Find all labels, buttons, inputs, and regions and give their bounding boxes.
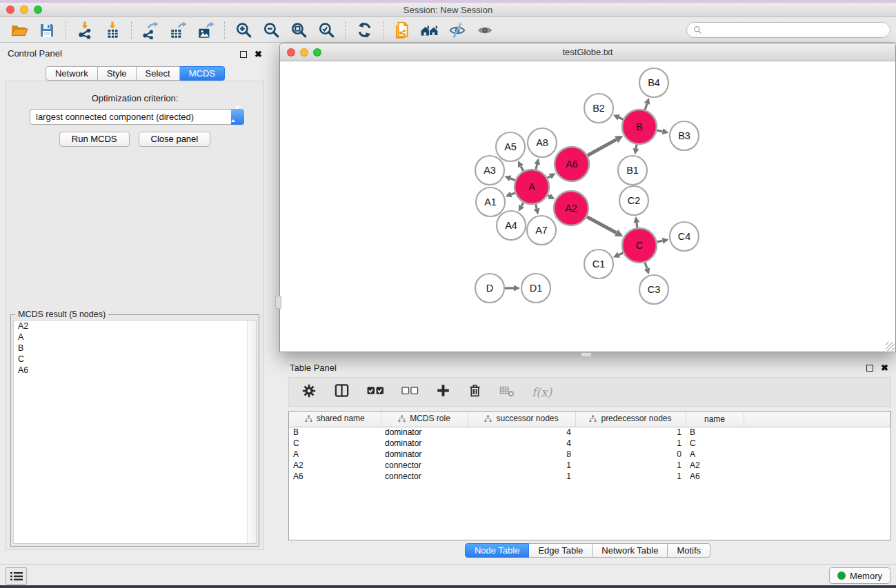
- tab-style[interactable]: Style: [98, 66, 137, 81]
- task-history-button[interactable]: [6, 567, 27, 585]
- close-window-button[interactable]: [6, 6, 14, 14]
- search-input[interactable]: [706, 26, 884, 35]
- graph-edge-C-C1[interactable]: [619, 253, 623, 255]
- memory-button[interactable]: Memory: [829, 567, 890, 584]
- result-item[interactable]: A2: [14, 321, 256, 332]
- graph-node-A[interactable]: A: [515, 170, 549, 204]
- network-zoom-button[interactable]: [313, 48, 321, 57]
- float-table-panel-button[interactable]: [866, 365, 873, 372]
- refresh-view-button[interactable]: [350, 20, 378, 41]
- table-settings-button[interactable]: [301, 383, 317, 401]
- delete-table-button[interactable]: [499, 383, 515, 401]
- result-item[interactable]: B: [14, 343, 256, 354]
- graph-edge-B-B1[interactable]: [636, 145, 637, 149]
- graph-edge-C-C2[interactable]: [637, 223, 637, 227]
- network-from-document-button[interactable]: [388, 20, 416, 41]
- graph-node-B1[interactable]: B1: [618, 156, 647, 185]
- select-all-button[interactable]: [367, 386, 384, 398]
- graph-edge-A-A1[interactable]: [511, 193, 515, 194]
- close-table-panel-icon[interactable]: ✖: [881, 364, 888, 372]
- tab-network-table[interactable]: Network Table: [593, 543, 668, 558]
- table-row[interactable]: Cdominator41C: [289, 438, 890, 449]
- table-row[interactable]: A6connector11A6: [289, 471, 890, 482]
- graph-node-A8[interactable]: A8: [528, 128, 557, 157]
- graph-edge-B-B4[interactable]: [645, 103, 647, 110]
- graph-node-A2[interactable]: A2: [554, 191, 588, 225]
- graph-node-C4[interactable]: C4: [670, 222, 699, 251]
- graph-node-B3[interactable]: B3: [670, 121, 699, 150]
- result-item[interactable]: A: [14, 332, 256, 343]
- table-row[interactable]: A2connector11A2: [289, 460, 890, 471]
- table-row[interactable]: Bdominator41B: [289, 427, 890, 438]
- mcds-result-list[interactable]: A2ABCA6: [13, 320, 257, 544]
- column-header-MCDS-role[interactable]: MCDS role: [381, 412, 468, 427]
- window-resize-grip[interactable]: [886, 342, 895, 351]
- table-header-row[interactable]: shared nameMCDS rolesuccessor nodesprede…: [289, 412, 890, 427]
- vertical-split-handle[interactable]: [275, 296, 281, 309]
- graph-node-B[interactable]: B: [622, 110, 657, 144]
- tab-motifs[interactable]: Motifs: [668, 543, 710, 558]
- zoom-in-button[interactable]: [230, 20, 257, 41]
- graph-edge-B-B2[interactable]: [619, 117, 623, 119]
- graph-edge-C-C4[interactable]: [657, 241, 662, 242]
- graph-node-A5[interactable]: A5: [496, 132, 525, 161]
- table-row[interactable]: Adominator80A: [289, 449, 890, 460]
- graph-node-A7[interactable]: A7: [527, 216, 556, 245]
- export-network-button[interactable]: [137, 20, 164, 41]
- network-graph[interactable]: B4B2BB3A5A8A6B1A3AC2A1A2A4A7C4CC1C3DD1: [280, 61, 895, 352]
- export-image-button[interactable]: [192, 20, 219, 41]
- graph-edge-A-A6[interactable]: [548, 176, 550, 178]
- result-item[interactable]: C: [14, 354, 256, 365]
- network-window-titlebar[interactable]: testGlobe.txt: [280, 43, 895, 61]
- select-stepper-icon[interactable]: [231, 109, 244, 125]
- minimize-window-button[interactable]: [20, 6, 28, 14]
- tab-select[interactable]: Select: [137, 66, 180, 81]
- graph-edge-A-A2[interactable]: [548, 195, 550, 196]
- delete-column-button[interactable]: [468, 383, 482, 401]
- home-button[interactable]: [416, 20, 444, 41]
- hide-selected-button[interactable]: [444, 20, 471, 41]
- horizontal-split-handle[interactable]: [581, 352, 592, 357]
- graph-edge-B-B3[interactable]: [657, 130, 662, 132]
- graph-node-A4[interactable]: A4: [497, 211, 526, 240]
- column-header-name[interactable]: name: [686, 412, 744, 427]
- graph-edge-A2-C[interactable]: [587, 216, 617, 232]
- graph-edge-A-A7[interactable]: [536, 204, 537, 208]
- result-item[interactable]: A6: [14, 365, 256, 376]
- show-all-button[interactable]: [471, 20, 499, 41]
- import-table-button[interactable]: [99, 20, 126, 41]
- column-header-successor-nodes[interactable]: successor nodes: [468, 412, 575, 427]
- tab-edge-table[interactable]: Edge Table: [529, 543, 593, 558]
- graph-edge-A-A8[interactable]: [536, 164, 537, 170]
- graph-edge-A-A3[interactable]: [510, 179, 515, 181]
- graph-node-B2[interactable]: B2: [584, 94, 613, 123]
- open-session-button[interactable]: [6, 20, 33, 41]
- column-header-shared-name[interactable]: shared name: [289, 412, 381, 427]
- graph-edge-A-A4[interactable]: [521, 203, 524, 206]
- graph-node-C1[interactable]: C1: [584, 250, 613, 278]
- graph-edge-C-C3[interactable]: [645, 263, 647, 269]
- save-session-button[interactable]: [33, 20, 61, 41]
- graph-edge-A6-B[interactable]: [588, 139, 617, 155]
- zoom-fit-button[interactable]: [285, 20, 312, 41]
- network-close-button[interactable]: [287, 48, 295, 57]
- tab-node-table[interactable]: Node Table: [465, 543, 530, 558]
- graph-node-A6[interactable]: A6: [555, 147, 589, 181]
- zoom-selected-button[interactable]: [312, 20, 340, 41]
- run-mcds-button[interactable]: Run MCDS: [59, 132, 130, 147]
- add-column-button[interactable]: [436, 383, 450, 401]
- close-panel-button[interactable]: Close panel: [139, 132, 211, 147]
- criterion-select[interactable]: largest connected component (directed): [30, 109, 244, 125]
- close-panel-icon[interactable]: ✖: [255, 50, 262, 58]
- graph-node-D[interactable]: D: [475, 274, 504, 303]
- graph-node-A3[interactable]: A3: [475, 156, 504, 185]
- deselect-all-button[interactable]: [401, 386, 419, 398]
- column-header-predecessor-nodes[interactable]: predecessor nodes: [575, 412, 686, 427]
- graph-node-C2[interactable]: C2: [619, 186, 648, 215]
- import-network-button[interactable]: [71, 20, 99, 41]
- zoom-out-button[interactable]: [257, 20, 285, 41]
- network-canvas[interactable]: B4B2BB3A5A8A6B1A3AC2A1A2A4A7C4CC1C3DD1: [280, 61, 895, 352]
- graph-node-C3[interactable]: C3: [639, 275, 668, 304]
- graph-edge-A-A5[interactable]: [521, 166, 524, 171]
- zoom-window-button[interactable]: [34, 6, 42, 14]
